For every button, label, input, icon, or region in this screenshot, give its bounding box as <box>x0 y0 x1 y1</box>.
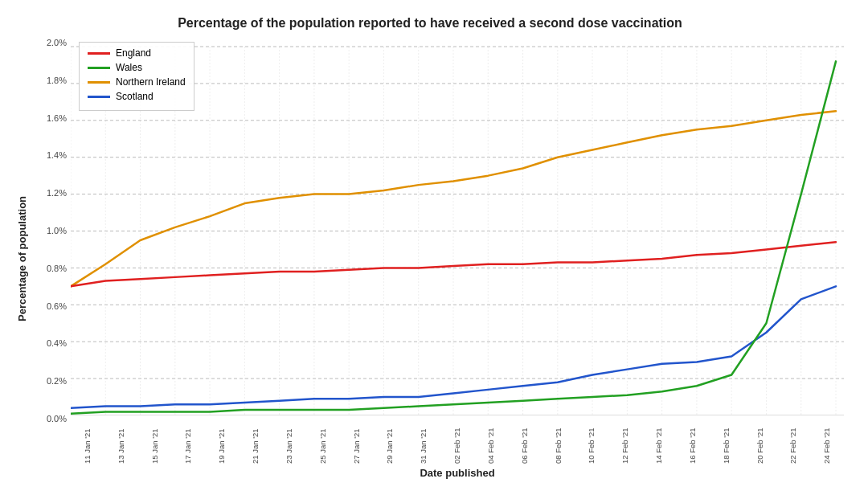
x-tick-label: 06 Feb '21 <box>508 415 542 464</box>
x-tick-label: 16 Feb '21 <box>676 415 710 464</box>
x-tick-label: 10 Feb '21 <box>575 415 608 464</box>
y-tick-label: 1.4% <box>47 151 67 152</box>
x-tick-label: 04 Feb '21 <box>474 415 508 464</box>
x-tick-label: 19 Jan '21 <box>205 415 239 464</box>
x-tick-label: 12 Feb '21 <box>608 415 642 464</box>
x-tick-label: 11 Jan '21 <box>71 415 104 464</box>
y-tick-label: 1.0% <box>47 227 67 227</box>
legend-label: Wales <box>116 62 142 73</box>
chart-container: Percentage of the population reported to… <box>0 0 868 495</box>
y-tick-label: 0.2% <box>47 377 67 378</box>
x-tick-label: 21 Jan '21 <box>239 415 272 464</box>
legend-color-line <box>88 96 110 98</box>
x-tick-label: 18 Feb '21 <box>710 415 743 464</box>
legend-label: Scotland <box>116 91 154 102</box>
legend-item: Wales <box>88 62 186 73</box>
x-axis-area: 11 Jan '2113 Jan '2115 Jan '2117 Jan '21… <box>71 415 844 479</box>
y-tick-label: 1.2% <box>47 189 67 190</box>
chart-area: Percentage of population 0.0%0.2%0.4%0.6… <box>16 39 844 479</box>
x-tick-label: 02 Feb '21 <box>440 415 474 464</box>
x-tick-label: 20 Feb '21 <box>743 415 777 464</box>
x-tick-label: 13 Jan '21 <box>104 415 138 464</box>
plot-and-yaxis: 0.0%0.2%0.4%0.6%0.8%1.0%1.2%1.4%1.6%1.8%… <box>37 39 844 415</box>
y-tick-label: 0.6% <box>47 302 67 303</box>
legend-item: Scotland <box>88 91 186 102</box>
y-tick-label: 1.8% <box>47 76 67 77</box>
y-tick-label: 0.0% <box>47 415 67 415</box>
y-ticks: 0.0%0.2%0.4%0.6%0.8%1.0%1.2%1.4%1.6%1.8%… <box>37 39 71 415</box>
y-tick-label: 1.6% <box>47 114 67 115</box>
legend-color-line <box>88 67 110 69</box>
x-tick-label: 14 Feb '21 <box>642 415 676 464</box>
chart-inner: 0.0%0.2%0.4%0.6%0.8%1.0%1.2%1.4%1.6%1.8%… <box>37 39 844 479</box>
x-tick-label: 22 Feb '21 <box>776 415 810 464</box>
legend-item: Northern Ireland <box>88 76 186 88</box>
plot-wrapper: EnglandWalesNorthern IrelandScotland <box>71 39 844 415</box>
legend-color-line <box>88 52 110 55</box>
y-tick-label: 0.8% <box>47 264 67 265</box>
y-tick-label: 0.4% <box>47 339 67 340</box>
x-tick-label: 31 Jan '21 <box>407 415 440 464</box>
y-tick-label: 2.0% <box>47 39 67 39</box>
legend-label: England <box>116 47 151 59</box>
x-tick-label: 25 Jan '21 <box>306 415 340 464</box>
x-tick-label: 24 Feb '21 <box>810 415 844 464</box>
x-tick-label: 29 Jan '21 <box>373 415 407 464</box>
x-ticks: 11 Jan '2113 Jan '2115 Jan '2117 Jan '21… <box>71 415 844 464</box>
legend-label: Northern Ireland <box>116 76 186 88</box>
x-tick-label: 17 Jan '21 <box>171 415 205 464</box>
legend: EnglandWalesNorthern IrelandScotland <box>79 42 194 111</box>
y-axis-label: Percentage of population <box>16 39 34 479</box>
chart-title: Percentage of the population reported to… <box>178 16 682 31</box>
x-tick-label: 08 Feb '21 <box>542 415 575 464</box>
x-tick-label: 23 Jan '21 <box>272 415 306 464</box>
x-axis-label: Date published <box>71 467 844 479</box>
legend-item: England <box>88 47 186 59</box>
legend-color-line <box>88 81 110 84</box>
x-tick-label: 15 Jan '21 <box>138 415 172 464</box>
x-tick-label: 27 Jan '21 <box>340 415 374 464</box>
